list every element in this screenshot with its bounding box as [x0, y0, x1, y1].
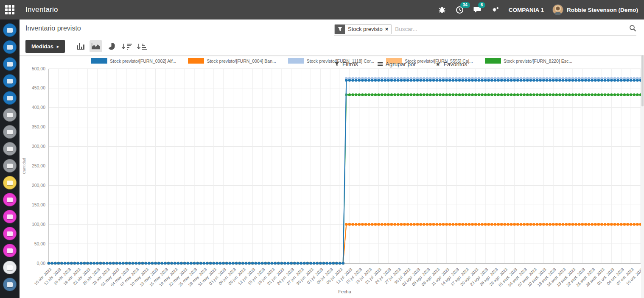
pie-chart-icon — [108, 43, 115, 50]
filters-funnel-icon — [334, 61, 339, 67]
sidebar-app-icon-3[interactable] — [3, 57, 17, 71]
legend-label: Stock previsto/[FURN_8220] Esc... — [504, 58, 572, 64]
sort-descending-icon — [121, 43, 132, 50]
pie-chart-view-button[interactable] — [105, 40, 118, 52]
app-glyph — [7, 198, 13, 202]
measures-button[interactable]: Medidas▸ — [25, 40, 65, 53]
activities-badge: 34 — [460, 2, 470, 8]
svg-text:400,00: 400,00 — [32, 105, 45, 110]
app-glyph — [7, 113, 13, 117]
sidebar-app-icon-9[interactable] — [3, 159, 17, 173]
app-title: Inventario — [25, 6, 58, 14]
top-navbar: Inventario 34 6 COMPANIA 1 — [0, 0, 644, 19]
svg-text:Fecha: Fecha — [338, 289, 351, 294]
chart-canvas[interactable]: 0,0050,00100,00150,00200,00250,00300,003… — [20, 56, 644, 298]
legend-label: Stock previsto/[FURN_0004] Ban... — [207, 58, 276, 64]
sidebar-app-icon-5[interactable] — [3, 91, 17, 105]
svg-text:200,00: 200,00 — [32, 183, 45, 188]
facet-remove-icon[interactable]: × — [385, 26, 389, 32]
legend-item[interactable]: Stock previsto/[FURN_0002] Alf... — [91, 58, 176, 64]
app-glyph — [7, 282, 13, 287]
user-menu[interactable]: Robbie Stevenson (Demo) — [552, 4, 638, 15]
settings-gears-icon[interactable] — [491, 5, 500, 14]
svg-text:350,00: 350,00 — [32, 124, 45, 129]
svg-text:50,00: 50,00 — [34, 241, 45, 246]
search-facet-label: Stock previsto — [348, 26, 383, 32]
search-icon[interactable] — [629, 25, 636, 33]
sidebar-app-icon-4[interactable] — [3, 74, 17, 88]
messages-chat-icon[interactable]: 6 — [473, 5, 482, 14]
legend-swatch — [485, 58, 501, 64]
app-glyph — [7, 181, 13, 185]
svg-text:150,00: 150,00 — [32, 202, 45, 207]
app-glyph — [7, 214, 13, 219]
sidebar-app-icon-14[interactable] — [3, 244, 17, 257]
search-input[interactable]: Buscar... — [395, 26, 629, 32]
sidebar-app-icon-7[interactable] — [3, 125, 17, 139]
svg-text:300,00: 300,00 — [32, 144, 45, 149]
filters-menu-button[interactable]: Filtros — [334, 61, 358, 67]
legend-item[interactable]: Stock previsto/[FURN_8220] Esc... — [485, 58, 572, 64]
legend-swatch — [91, 58, 107, 64]
legend-label: Stock previsto/[FURN_0002] Alf... — [110, 58, 176, 64]
sidebar-app-icon-15[interactable] — [3, 261, 17, 274]
app-glyph — [7, 231, 13, 236]
legend-swatch — [288, 58, 304, 64]
activities-clock-icon[interactable]: 34 — [455, 5, 465, 14]
chart-legend: Stock previsto/[FURN_0002] Alf...Stock p… — [20, 58, 644, 64]
sidebar-app-icon-16[interactable] — [3, 278, 17, 291]
groupby-bars-icon — [378, 62, 383, 66]
app-glyph — [7, 265, 13, 270]
svg-text:500,00: 500,00 — [32, 66, 45, 71]
sidebar-app-icon-6[interactable] — [3, 108, 17, 122]
app-glyph — [7, 248, 13, 253]
search-bar[interactable]: Stock previsto × Buscar... — [334, 23, 636, 36]
sidebar-app-icon-11[interactable] — [3, 193, 17, 206]
app-glyph — [7, 28, 13, 33]
sidebar-app-icon-1[interactable] — [3, 23, 17, 37]
svg-text:100,00: 100,00 — [32, 222, 45, 227]
legend-item[interactable]: Stock previsto/[FURN_0004] Ban... — [188, 58, 276, 64]
app-glyph — [7, 130, 13, 134]
forecast-line-chart: Stock previsto/[FURN_0002] Alf...Stock p… — [20, 56, 644, 298]
svg-text:Cantidad: Cantidad — [22, 158, 26, 174]
sidebar-app-icon-13[interactable] — [3, 227, 17, 240]
favorites-star-icon: ★ — [435, 61, 441, 67]
sidebar-app-icon-10[interactable] — [3, 176, 17, 189]
user-avatar — [552, 4, 563, 15]
filter-funnel-icon — [335, 25, 345, 34]
line-chart-view-button[interactable] — [90, 40, 102, 52]
sidebar-app-icon-8[interactable] — [3, 142, 17, 156]
apps-menu-button[interactable] — [0, 0, 20, 19]
app-sidebar — [0, 19, 20, 298]
control-panel: Inventario previsto Stock previsto × Bus… — [20, 19, 644, 56]
app-glyph — [7, 62, 13, 67]
debug-bug-icon[interactable] — [437, 5, 447, 14]
sort-ascending-icon — [137, 43, 147, 50]
user-name: Robbie Stevenson (Demo) — [567, 7, 638, 13]
area-chart-icon — [92, 43, 100, 50]
svg-text:250,00: 250,00 — [32, 163, 45, 168]
messages-badge: 6 — [478, 2, 486, 8]
apps-grid-icon — [5, 5, 14, 14]
sort-descending-button[interactable] — [120, 40, 133, 52]
favorites-menu-button[interactable]: ★ Favoritos — [435, 61, 467, 67]
app-glyph — [7, 164, 13, 168]
bar-chart-view-button[interactable] — [74, 40, 87, 52]
app-glyph — [7, 96, 13, 100]
sidebar-app-icon-2[interactable] — [3, 40, 17, 54]
svg-text:0,00: 0,00 — [37, 261, 46, 266]
app-glyph — [7, 45, 13, 50]
breadcrumb[interactable]: Inventario previsto — [25, 25, 81, 32]
sidebar-app-icon-12[interactable] — [3, 210, 17, 223]
groupby-menu-button[interactable]: Agrupar por — [378, 61, 416, 67]
legend-swatch — [188, 58, 204, 64]
search-facet[interactable]: Stock previsto × — [334, 24, 392, 34]
bar-chart-icon — [77, 43, 84, 50]
app-glyph — [7, 147, 13, 151]
svg-text:450,00: 450,00 — [32, 85, 45, 90]
company-switcher[interactable]: COMPANIA 1 — [509, 7, 544, 13]
sort-ascending-button[interactable] — [135, 40, 148, 52]
app-glyph — [7, 79, 13, 84]
scrollbar[interactable] — [641, 56, 644, 298]
